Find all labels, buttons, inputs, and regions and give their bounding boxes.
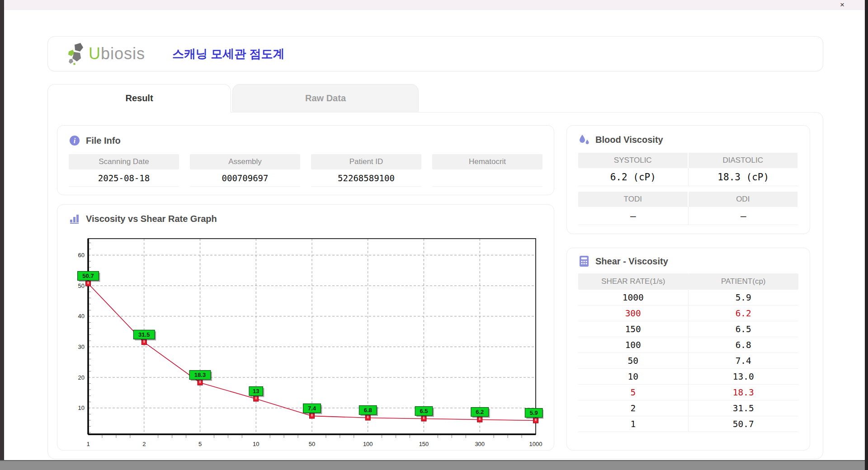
blood-viscosity-card: Blood Viscosity SYSTOLICDIASTOLIC6.2 (cP… bbox=[566, 125, 810, 234]
svg-text:300: 300 bbox=[475, 441, 485, 447]
svg-text:31.5: 31.5 bbox=[138, 331, 150, 338]
shear-viscosity-table: SHEAR RATE(1/s) PATIENT(cp) 10005.93006.… bbox=[578, 273, 798, 432]
blood-viscosity-table: SYSTOLICDIASTOLIC6.2 (cP)18.3 (cP)TODIOD… bbox=[578, 153, 798, 225]
page-title: 스캐닝 모세관 점도계 bbox=[172, 46, 284, 62]
shear-table-row-150: 1506.5 bbox=[578, 321, 798, 337]
patient-cell: 6.2 bbox=[689, 306, 799, 321]
shear-table-row-2: 231.5 bbox=[578, 400, 798, 416]
svg-text:5: 5 bbox=[198, 441, 202, 447]
calculator-icon bbox=[578, 255, 590, 267]
patient-cell: 5.9 bbox=[689, 290, 799, 306]
window-titlebar: × bbox=[0, 0, 868, 10]
tab-raw-data[interactable]: Raw Data bbox=[232, 84, 419, 112]
file-info-label-2: Patient ID bbox=[311, 154, 421, 169]
shear-table-row-1: 150.7 bbox=[578, 416, 798, 432]
svg-text:i: i bbox=[74, 137, 76, 145]
shear-rate-cell: 50 bbox=[578, 353, 689, 369]
patient-cell: 13.0 bbox=[689, 369, 799, 385]
bv-label-diastolic: DIASTOLIC bbox=[689, 153, 799, 168]
svg-text:100: 100 bbox=[363, 441, 373, 447]
info-icon: i bbox=[69, 135, 80, 146]
file-info-value-2: 52268589100 bbox=[311, 169, 421, 187]
svg-text:60: 60 bbox=[78, 252, 85, 258]
svg-text:6.5: 6.5 bbox=[420, 408, 428, 414]
bv-value-diastolic: 18.3 (cP) bbox=[689, 168, 799, 186]
bv-label-systolic: SYSTOLIC bbox=[578, 153, 689, 168]
shear-table-row-5: 518.3 bbox=[578, 385, 798, 400]
app-window: × U biosis 스캐닝 모세관 점도계 Result Raw Data bbox=[0, 0, 868, 470]
svg-text:6.8: 6.8 bbox=[364, 407, 372, 414]
droplet-icon bbox=[578, 134, 590, 146]
shear-viscosity-title: Shear - Viscosity bbox=[595, 256, 668, 267]
bv-label-odi: ODI bbox=[689, 192, 799, 207]
taskbar bbox=[0, 460, 868, 470]
shear-table-row-100: 1006.8 bbox=[578, 337, 798, 353]
shear-table-body: 10005.93006.21506.51006.8507.41013.0518.… bbox=[578, 290, 798, 432]
shear-rate-cell: 150 bbox=[578, 321, 689, 337]
tab-result[interactable]: Result bbox=[47, 84, 231, 113]
ubiosis-logo: U biosis bbox=[67, 42, 145, 66]
window-right-edge bbox=[865, 0, 868, 470]
ubiosis-logo-icon bbox=[67, 42, 87, 66]
svg-text:6.2: 6.2 bbox=[476, 409, 484, 415]
shear-viscosity-card: Shear - Viscosity SHEAR RATE(1/s) PATIEN… bbox=[566, 248, 810, 451]
bar-chart-icon bbox=[69, 213, 80, 225]
svg-text:150: 150 bbox=[419, 441, 429, 447]
shear-rate-cell: 1 bbox=[578, 416, 689, 432]
svg-text:40: 40 bbox=[78, 313, 85, 320]
patient-cell: 50.7 bbox=[689, 416, 799, 432]
viscosity-chart: 1020304050601251050100150300100050.731.5… bbox=[69, 231, 543, 447]
shear-table-row-50: 507.4 bbox=[578, 353, 798, 369]
svg-text:5.9: 5.9 bbox=[530, 409, 538, 416]
shear-rate-column-header: SHEAR RATE(1/s) bbox=[578, 273, 689, 290]
bv-value-todi: – bbox=[578, 207, 689, 225]
file-info-value-1: 000709697 bbox=[190, 169, 300, 187]
bv-label-todi: TODI bbox=[578, 192, 689, 207]
file-info-card: i File Info Scanning DateAssemblyPatient… bbox=[57, 125, 554, 195]
patient-cell: 18.3 bbox=[689, 385, 799, 400]
svg-text:20: 20 bbox=[78, 374, 85, 381]
file-info-label-0: Scanning Date bbox=[69, 154, 179, 169]
svg-text:50: 50 bbox=[309, 441, 315, 447]
shear-rate-cell: 1000 bbox=[578, 290, 689, 306]
shear-rate-cell: 2 bbox=[578, 400, 689, 416]
svg-text:30: 30 bbox=[78, 343, 85, 350]
svg-text:10: 10 bbox=[253, 441, 259, 447]
shear-rate-cell: 100 bbox=[578, 337, 689, 353]
svg-text:10: 10 bbox=[78, 404, 85, 411]
spacer bbox=[578, 186, 798, 192]
file-info-value-3 bbox=[432, 169, 542, 187]
file-info-grid: Scanning DateAssemblyPatient IDHematocri… bbox=[69, 154, 542, 187]
svg-text:50.7: 50.7 bbox=[82, 273, 94, 279]
shear-table-row-1000: 10005.9 bbox=[578, 290, 798, 306]
graph-title: Viscosity vs Shear Rate Graph bbox=[86, 214, 217, 224]
logo-text-u: U bbox=[89, 44, 101, 63]
bv-value-odi: – bbox=[689, 207, 799, 225]
file-info-label-1: Assembly bbox=[190, 154, 300, 169]
shear-rate-cell: 10 bbox=[578, 369, 689, 385]
svg-text:18.3: 18.3 bbox=[194, 371, 206, 378]
svg-text:7.4: 7.4 bbox=[308, 405, 316, 412]
svg-text:1: 1 bbox=[86, 441, 90, 447]
svg-text:1000: 1000 bbox=[529, 441, 542, 447]
blood-viscosity-title: Blood Viscosity bbox=[595, 135, 663, 145]
graph-card: Viscosity vs Shear Rate Graph 1020304050… bbox=[57, 204, 554, 451]
result-panel: i File Info Scanning DateAssemblyPatient… bbox=[47, 112, 823, 459]
shear-table-row-10: 1013.0 bbox=[578, 369, 798, 385]
svg-text:2: 2 bbox=[142, 441, 146, 447]
patient-cell: 7.4 bbox=[689, 353, 799, 369]
window-left-edge bbox=[0, 0, 4, 460]
app-header: U biosis 스캐닝 모세관 점도계 bbox=[47, 36, 823, 71]
patient-cell: 6.8 bbox=[689, 337, 799, 353]
bv-value-systolic: 6.2 (cP) bbox=[578, 168, 689, 186]
close-icon[interactable]: × bbox=[836, 0, 848, 9]
patient-cell: 6.5 bbox=[689, 321, 799, 337]
file-info-label-3: Hematocrit bbox=[432, 154, 542, 169]
svg-text:13: 13 bbox=[253, 388, 259, 395]
patient-column-header: PATIENT(cp) bbox=[689, 273, 799, 290]
file-info-value-0: 2025-08-18 bbox=[69, 169, 179, 187]
patient-cell: 31.5 bbox=[689, 400, 799, 416]
logo-text-rest: biosis bbox=[101, 44, 145, 63]
svg-text:50: 50 bbox=[78, 282, 85, 289]
shear-rate-cell: 5 bbox=[578, 385, 689, 400]
